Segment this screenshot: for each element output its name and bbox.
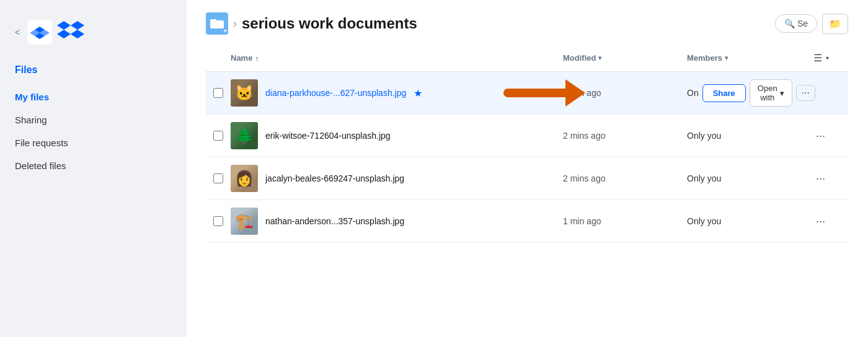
file-name-1[interactable]: diana-parkhouse-...627-unsplash.jpg: [265, 88, 406, 98]
row-actions-1: On Share Open with ▾ ···: [687, 79, 811, 107]
thumb-img-3: 👩: [235, 170, 254, 187]
col-header-name[interactable]: Name ↑: [231, 53, 563, 63]
sidebar-item-my-files[interactable]: My files: [0, 85, 185, 108]
row-checkbox-3[interactable]: [206, 173, 231, 183]
folder-icon[interactable]: ▾: [206, 12, 228, 35]
view-dropdown-arrow: ▾: [826, 55, 829, 61]
file-name-2[interactable]: erik-witsoe-712604-unsplash.jpg: [265, 131, 391, 141]
members-dropdown-arrow: ▾: [725, 55, 728, 61]
open-with-label-1: Open with: [758, 84, 777, 102]
checkbox-4[interactable]: [213, 216, 223, 226]
col-modified-2: 2 mins ago: [563, 131, 687, 141]
col-modified-4: 1 min ago: [563, 216, 687, 226]
checkbox-2[interactable]: [213, 131, 223, 141]
file-info-2: 🌲 erik-witsoe-712604-unsplash.jpg: [231, 122, 563, 149]
more-button-4[interactable]: ···: [811, 213, 830, 229]
more-area-3: ···: [811, 170, 848, 186]
more-button-2[interactable]: ···: [811, 128, 830, 144]
sidebar-item-sharing[interactable]: Sharing: [0, 108, 185, 131]
col-modified-label: Modified: [563, 53, 596, 63]
file-thumbnail-1: 🐱: [231, 79, 258, 107]
more-area-2: ···: [811, 128, 848, 144]
breadcrumb-title: serious work documents: [242, 15, 417, 32]
svg-marker-1: [57, 21, 71, 30]
sort-arrow-name: ↑: [255, 55, 259, 62]
main-content: ▾ › serious work documents 🔍 Se 📁 Name ↑: [186, 0, 868, 337]
dropbox-icon: [57, 21, 84, 43]
svg-marker-2: [71, 21, 84, 30]
list-view-button[interactable]: ☰: [811, 50, 825, 66]
col-members-4: Only you: [687, 216, 811, 226]
thumb-img-2: 🌲: [235, 127, 254, 144]
col-members-2: Only you: [687, 131, 811, 141]
file-thumbnail-2: 🌲: [231, 122, 258, 149]
breadcrumb-separator: ›: [233, 17, 237, 30]
more-area-4: ···: [811, 213, 848, 229]
collapse-button[interactable]: <: [15, 27, 20, 37]
sidebar-item-deleted-files[interactable]: Deleted files: [0, 154, 185, 177]
more-button-1[interactable]: ···: [796, 85, 815, 101]
search-button[interactable]: 🔍 Se: [775, 14, 817, 33]
svg-marker-5: [71, 30, 78, 38]
table-row: 🏗️ nathan-anderson...357-unsplash.jpg 1 …: [206, 200, 848, 243]
sidebar-logo-area: <: [0, 15, 185, 59]
sidebar-item-file-requests[interactable]: File requests: [0, 131, 185, 154]
search-icon: 🔍: [784, 19, 795, 28]
more-button-3[interactable]: ···: [811, 170, 830, 186]
modified-dropdown-arrow: ▾: [598, 55, 601, 61]
checkbox-1[interactable]: [213, 88, 223, 98]
file-info-3: 👩 jacalyn-beales-669247-unsplash.jpg: [231, 165, 563, 192]
star-icon-1[interactable]: ★: [414, 87, 422, 99]
col-modified-3: 2 mins ago: [563, 173, 687, 183]
col-name-label: Name: [231, 53, 252, 63]
table-row: 🐱 diana-parkhouse-...627-unsplash.jpg ★ …: [206, 72, 848, 115]
header: ▾ › serious work documents 🔍 Se 📁: [186, 0, 868, 35]
dropbox-logo-icon: [27, 20, 52, 45]
row-checkbox-4[interactable]: [206, 216, 231, 226]
folder-icon-btn: 📁: [829, 19, 841, 29]
file-thumbnail-4: 🏗️: [231, 208, 258, 235]
file-info-1: 🐱 diana-parkhouse-...627-unsplash.jpg ★: [231, 79, 563, 107]
files-section-label[interactable]: Files: [0, 59, 185, 85]
search-label: Se: [797, 19, 808, 28]
col-header-members[interactable]: Members ▾: [687, 53, 811, 63]
table-row: 👩 jacalyn-beales-669247-unsplash.jpg 2 m…: [206, 157, 848, 200]
file-info-4: 🏗️ nathan-anderson...357-unsplash.jpg: [231, 208, 563, 235]
table-row: 🌲 erik-witsoe-712604-unsplash.jpg 2 mins…: [206, 115, 848, 157]
view-toggle: ☰ ▾: [811, 50, 848, 66]
col-members-3: Only you: [687, 173, 811, 183]
file-name-4[interactable]: nathan-anderson...357-unsplash.jpg: [265, 216, 404, 226]
open-with-arrow-1: ▾: [780, 89, 784, 98]
header-actions: 🔍 Se 📁: [775, 14, 848, 34]
table-header: Name ↑ Modified ▾ Members ▾ ☰ ▾: [206, 45, 848, 72]
sidebar-nav: My files Sharing File requests Deleted f…: [0, 85, 185, 177]
checkbox-3[interactable]: [213, 173, 223, 183]
file-thumbnail-3: 👩: [231, 165, 258, 192]
thumb-img-4: 🏗️: [235, 212, 254, 230]
row-checkbox-2[interactable]: [206, 131, 231, 141]
file-name-3[interactable]: jacalyn-beales-669247-unsplash.jpg: [265, 173, 404, 183]
folder-view-button[interactable]: 📁: [822, 14, 848, 34]
col-members-label: Members: [687, 53, 722, 63]
svg-marker-3: [57, 30, 71, 38]
file-table: Name ↑ Modified ▾ Members ▾ ☰ ▾: [186, 35, 868, 337]
breadcrumb: ▾ › serious work documents: [206, 12, 417, 35]
col-modified-1: 1 min ago: [563, 88, 687, 98]
sidebar: < Files My files Sharing File requests D…: [0, 0, 186, 337]
col-header-modified[interactable]: Modified ▾: [563, 53, 687, 63]
open-with-button-1[interactable]: Open with ▾: [750, 79, 792, 107]
share-button-1[interactable]: Share: [702, 84, 746, 102]
col-members-1: On: [687, 88, 699, 98]
thumb-img-1: 🐱: [235, 84, 254, 102]
row-checkbox-1[interactable]: [206, 88, 231, 98]
